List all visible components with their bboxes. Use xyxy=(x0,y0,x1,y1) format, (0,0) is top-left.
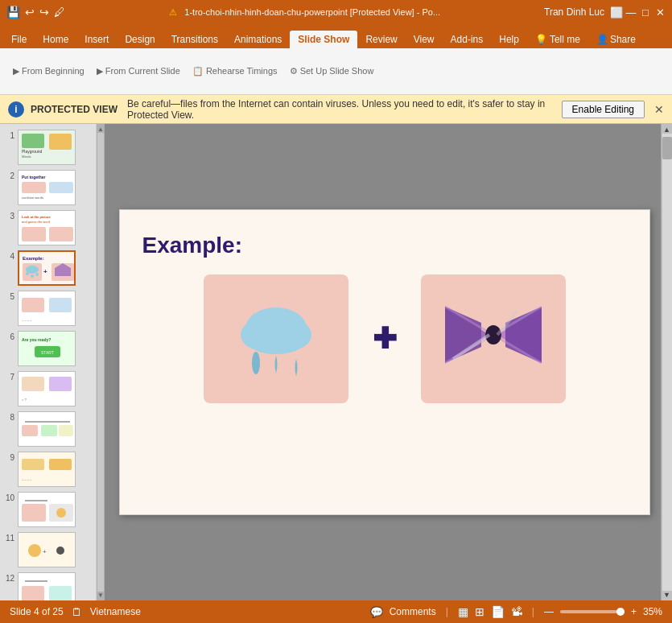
zoom-in-icon[interactable]: + xyxy=(631,606,637,617)
slide-thumb-11[interactable]: 11 + xyxy=(0,530,96,570)
slide-thumbnail-10[interactable] xyxy=(18,492,76,527)
tab-design[interactable]: Design xyxy=(117,31,163,48)
slide-main-content: Example: xyxy=(119,209,650,515)
slide-thumb-12[interactable]: 12 xyxy=(0,570,96,600)
save-icon[interactable]: 💾 xyxy=(6,6,20,19)
scroll-up-icon[interactable]: ▲ xyxy=(97,126,104,133)
svg-point-52 xyxy=(28,544,41,557)
zoom-thumb[interactable] xyxy=(616,608,625,616)
toolbar-btn-2[interactable]: ▶ From Current Slide xyxy=(97,66,180,76)
slide-thumb-9[interactable]: 9 _ _ _ _ xyxy=(0,449,96,489)
slide-thumb-8[interactable]: 8 xyxy=(0,409,96,449)
slide-thumb-3[interactable]: 3 Look at the picture and guess the word xyxy=(0,208,96,248)
toolbar-btn-1[interactable]: ▶ From Beginning xyxy=(13,66,85,76)
slide-thumbnail-8[interactable] xyxy=(18,411,76,447)
svg-rect-1 xyxy=(22,134,44,148)
slide-thumb-1[interactable]: 1 Playground Words xyxy=(0,127,96,167)
slide-thumb-5[interactable]: 5 _ _ _ _ xyxy=(0,288,96,328)
tab-animations[interactable]: Animations xyxy=(226,31,290,48)
toolbar-btn-3[interactable]: 📋 Rehearse Timings xyxy=(192,66,278,76)
tab-view[interactable]: View xyxy=(406,31,443,48)
svg-text:+: + xyxy=(43,548,47,555)
scroll-down-right-icon[interactable]: ▼ xyxy=(663,591,670,599)
slide-thumbnail-11[interactable]: + xyxy=(18,532,76,567)
svg-text:_ _ _ _: _ _ _ _ xyxy=(21,477,32,481)
status-bar: Slide 4 of 25 🗒 Vietnamese 💬 Comments | … xyxy=(0,600,672,623)
close-bar-icon[interactable]: ✕ xyxy=(654,103,664,116)
tab-share[interactable]: 👤 Share xyxy=(588,31,644,48)
slide-thumbnail-3[interactable]: Look at the picture and guess the word xyxy=(18,210,76,245)
protected-label: PROTECTED VIEW xyxy=(31,104,117,115)
slide-thumbnail-2[interactable]: Put together combine words xyxy=(18,170,76,205)
minimize-button[interactable]: — xyxy=(625,6,637,18)
title-text: 1-tro-choi-nhin-hinh-doan-chu-powerpoint… xyxy=(184,7,440,17)
slide-title: Example: xyxy=(142,233,243,258)
tab-file[interactable]: File xyxy=(3,31,35,48)
redo-icon[interactable]: ↪ xyxy=(39,6,49,19)
view-slideshow-icon[interactable]: 📽 xyxy=(511,605,522,618)
undo-icon[interactable]: ↩ xyxy=(25,6,35,19)
right-scrollbar[interactable]: ▲ ▼ xyxy=(661,124,672,600)
customize-icon[interactable]: 🖊 xyxy=(54,6,65,19)
slide-thumb-4[interactable]: 4 Example: + xyxy=(0,248,96,288)
svg-rect-8 xyxy=(49,182,73,193)
slide-thumb-6[interactable]: 6 Are you ready? START xyxy=(0,328,96,369)
slide-thumb-2[interactable]: 2 Put together combine words xyxy=(0,167,96,208)
svg-rect-27 xyxy=(49,298,72,312)
quick-access-toolbar[interactable]: 💾 ↩ ↪ 🖊 xyxy=(6,6,65,19)
slide-viewer: ▲ ▼ Example: xyxy=(97,124,672,600)
slide-thumbnail-12[interactable] xyxy=(18,572,76,600)
scroll-thumb-right[interactable] xyxy=(662,137,672,159)
slide-thumbnail-6[interactable]: Are you ready? START xyxy=(18,331,76,366)
language-label: Vietnamese xyxy=(90,606,141,617)
close-button[interactable]: ✕ xyxy=(654,6,666,18)
slide-thumbnail-4[interactable]: Example: + xyxy=(18,250,76,286)
zoom-out-icon[interactable]: — xyxy=(544,606,554,617)
tab-home[interactable]: Home xyxy=(35,31,76,48)
comments-icon[interactable]: 💬 xyxy=(370,606,383,618)
scroll-track-right xyxy=(662,134,672,591)
slide-thumbnail-7[interactable]: = ? xyxy=(18,371,76,406)
svg-text:Put together: Put together xyxy=(22,175,45,179)
toolbar-btn-4[interactable]: ⚙ Set Up Slide Show xyxy=(290,66,374,76)
slide-thumb-7[interactable]: 7 = ? xyxy=(0,369,96,409)
view-reading-icon[interactable]: 📄 xyxy=(491,605,505,618)
tab-insert[interactable]: Insert xyxy=(76,31,117,48)
svg-point-50 xyxy=(56,508,66,518)
svg-rect-51 xyxy=(19,533,76,567)
svg-rect-14 xyxy=(49,227,73,241)
svg-rect-44 xyxy=(49,459,72,470)
svg-rect-35 xyxy=(49,377,72,391)
divider-2: | xyxy=(532,606,534,617)
svg-point-19 xyxy=(26,272,29,275)
zoom-slider[interactable] xyxy=(560,610,625,613)
enable-editing-button[interactable]: Enable Editing xyxy=(562,101,645,118)
svg-text:Look at the picture: Look at the picture xyxy=(22,215,52,219)
tab-tellme[interactable]: 💡 Tell me xyxy=(527,31,588,48)
tab-transitions[interactable]: Transitions xyxy=(163,31,226,48)
svg-rect-40 xyxy=(41,425,57,436)
notes-icon[interactable]: 🗒 xyxy=(72,606,82,618)
left-scrollbar[interactable]: ▲ ▼ xyxy=(97,124,105,600)
scroll-up-right-icon[interactable]: ▲ xyxy=(663,126,670,134)
slide-thumb-10[interactable]: 10 xyxy=(0,489,96,530)
ribbon-tabs: File Home Insert Design Transitions Anim… xyxy=(0,24,672,48)
tab-addins[interactable]: Add-ins xyxy=(443,31,492,48)
comments-label[interactable]: Comments xyxy=(390,606,436,617)
layout-icon[interactable]: ⬜ xyxy=(611,6,622,18)
view-slide-sorter-icon[interactable]: ⊞ xyxy=(475,605,484,618)
tab-help[interactable]: Help xyxy=(491,31,527,48)
scroll-down-icon[interactable]: ▼ xyxy=(97,592,104,599)
slide-thumbnail-9[interactable]: _ _ _ _ xyxy=(18,452,76,487)
tab-review[interactable]: Review xyxy=(357,31,405,48)
bowtie-image-box xyxy=(421,274,566,403)
slide-thumbnail-5[interactable]: _ _ _ _ xyxy=(18,291,76,326)
svg-rect-58 xyxy=(49,586,72,600)
window-controls[interactable]: ⬜ — □ ✕ xyxy=(611,6,666,18)
cloud-image-box xyxy=(204,274,348,403)
view-normal-icon[interactable]: ▦ xyxy=(458,605,468,618)
maximize-button[interactable]: □ xyxy=(640,6,651,18)
svg-text:Are you ready?: Are you ready? xyxy=(22,337,51,342)
tab-slideshow[interactable]: Slide Show xyxy=(290,31,357,48)
slide-thumbnail-1[interactable]: Playground Words xyxy=(18,130,76,165)
